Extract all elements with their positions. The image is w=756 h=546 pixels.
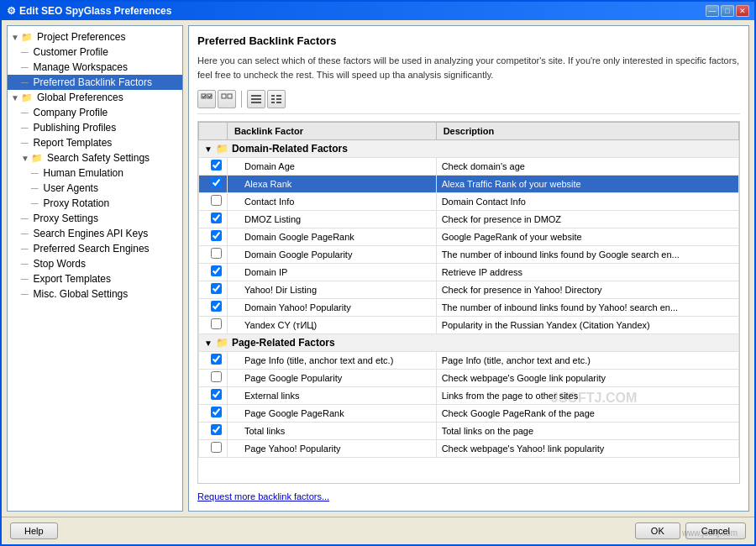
table-row[interactable]: Domain AgeCheck domain's age — [199, 158, 739, 176]
factor-name: Alexa Rank — [228, 176, 437, 193]
factor-checkbox[interactable] — [211, 213, 222, 223]
toolbar-separator — [241, 91, 242, 108]
svg-rect-12 — [276, 102, 281, 103]
table-row[interactable]: Alexa RankAlexa Traffic Rank of your web… — [199, 176, 739, 193]
checkbox-cell — [199, 405, 228, 423]
toolbar-check-all-button[interactable] — [197, 90, 216, 108]
request-factors-link[interactable]: Request more backlink factors... — [197, 491, 329, 501]
factor-name: Page Info (title, anchor text and etc.) — [228, 352, 437, 370]
checkbox-cell — [199, 423, 228, 440]
left-panel: ▼📁Project Preferences─Customer Profile─M… — [7, 25, 183, 512]
tree-item-search-safety[interactable]: ▼📁Search Safety Settings — [8, 150, 182, 165]
table-row[interactable]: Page Info (title, anchor text and etc.)P… — [199, 352, 739, 370]
ok-button[interactable]: OK — [635, 522, 680, 539]
factor-description: Popularity in the Russian Yandex (Citati… — [436, 317, 738, 334]
tree-item-stop-words[interactable]: ─Stop Words — [8, 256, 182, 271]
tree-item-label: Stop Words — [34, 258, 86, 270]
tree-item-preferred-backlink[interactable]: ─Preferred Backlink Factors — [8, 75, 182, 90]
factor-checkbox[interactable] — [211, 301, 222, 312]
cancel-button[interactable]: Cancel — [685, 522, 746, 539]
factor-description: Check Google PageRank of the page — [436, 405, 738, 423]
factor-description: Retrieve IP address — [436, 264, 738, 281]
factor-name: Total links — [228, 423, 437, 440]
tree-item-export-templates[interactable]: ─Export Templates — [8, 271, 182, 286]
tree-item-human-emulation[interactable]: ─Human Emulation — [8, 165, 182, 181]
tree-item-project-prefs[interactable]: ▼📁Project Preferences — [8, 29, 182, 45]
tree-item-customer-profile[interactable]: ─Customer Profile — [8, 45, 182, 60]
factor-checkbox[interactable] — [211, 371, 222, 382]
factor-checkbox[interactable] — [211, 195, 222, 206]
tree-dash: ─ — [21, 213, 29, 224]
table-row[interactable]: External linksLinks from the page to oth… — [199, 387, 739, 405]
table-row[interactable]: Contact InfoDomain Contact Info — [199, 193, 739, 211]
close-button[interactable]: ✕ — [736, 5, 749, 17]
svg-rect-5 — [251, 98, 261, 100]
table-row[interactable]: Page Google PageRankCheck Google PageRan… — [199, 405, 739, 423]
table-row[interactable]: Domain IPRetrieve IP address — [199, 264, 739, 281]
toolbar-list-view-button[interactable] — [247, 90, 265, 108]
factor-checkbox[interactable] — [211, 318, 222, 329]
table-row[interactable]: Yahoo! Dir ListingCheck for presence in … — [199, 281, 739, 299]
expand-icon: ▼ — [11, 33, 19, 42]
factor-checkbox[interactable] — [211, 248, 222, 259]
right-panel: Preferred Backlink Factors Here you can … — [188, 25, 749, 512]
table-row[interactable]: Domain Google PopularityThe number of in… — [199, 246, 739, 264]
tree-item-misc-global[interactable]: ─Misc. Global Settings — [8, 286, 182, 302]
table-row[interactable]: Page Yahoo! PopularityCheck webpage's Ya… — [199, 440, 739, 458]
factor-checkbox[interactable] — [211, 265, 222, 276]
tree-item-proxy-rotation[interactable]: ─Proxy Rotation — [8, 196, 182, 211]
tree-item-report-templates[interactable]: ─Report Templates — [8, 135, 182, 150]
detail-view-icon — [270, 93, 282, 105]
table-row[interactable]: Domain Yahoo! PopularityThe number of in… — [199, 299, 739, 317]
tree-dash: ─ — [21, 273, 29, 285]
toolbar-uncheck-all-button[interactable] — [218, 90, 236, 108]
tree-item-label: User Agents — [44, 182, 98, 194]
table-row[interactable]: DMOZ ListingCheck for presence in DMOZ — [199, 211, 739, 228]
section-header-row: ▼ 📁 Page-Related Factors — [199, 334, 739, 352]
minimize-button[interactable]: — — [706, 5, 719, 17]
factor-description: Check domain's age — [436, 158, 738, 176]
tree-item-label: Search Engines API Keys — [34, 228, 149, 239]
tree-item-publishing-profiles[interactable]: ─Publishing Profiles — [8, 120, 182, 135]
tree-dash: ─ — [21, 46, 29, 58]
tree-item-label: Report Templates — [34, 137, 113, 149]
tree-item-global-prefs[interactable]: ▼📁Global Preferences — [8, 90, 182, 105]
help-button[interactable]: Help — [10, 522, 58, 539]
section-title: Page-Related Factors — [232, 337, 335, 349]
factor-checkbox[interactable] — [211, 407, 222, 417]
col-checkbox — [199, 123, 228, 140]
maximize-button[interactable]: □ — [721, 5, 734, 17]
tree-item-proxy-settings[interactable]: ─Proxy Settings — [8, 211, 182, 226]
factor-checkbox[interactable] — [211, 442, 222, 453]
factor-name: Yandex CY (тИЦ) — [228, 317, 437, 334]
factor-checkbox[interactable] — [211, 389, 222, 400]
tree-item-label: Global Preferences — [37, 92, 123, 103]
svg-rect-9 — [271, 98, 275, 100]
tree-item-manage-workspaces[interactable]: ─Manage Workspaces — [8, 60, 182, 75]
content-area: ▼📁Project Preferences─Customer Profile─M… — [2, 20, 754, 544]
factor-checkbox[interactable] — [211, 424, 222, 435]
tree-item-label: Proxy Settings — [34, 213, 98, 224]
tree-dash: ─ — [21, 228, 29, 239]
toolbar-detail-view-button[interactable] — [267, 90, 286, 108]
section-title: Domain-Related Factors — [232, 143, 348, 155]
title-bar-controls: — □ ✕ — [706, 5, 749, 17]
factor-checkbox[interactable] — [211, 230, 222, 241]
factor-checkbox[interactable] — [211, 283, 222, 294]
factor-checkbox[interactable] — [211, 177, 222, 188]
tree-item-company-profile[interactable]: ─Company Profile — [8, 105, 182, 120]
table-row[interactable]: Domain Google PageRankGoogle PageRank of… — [199, 228, 739, 246]
factor-checkbox[interactable] — [211, 354, 222, 365]
table-row[interactable]: Page Google PopularityCheck webpage's Go… — [199, 370, 739, 387]
section-folder-icon: 📁 — [216, 337, 228, 349]
tree-item-search-engines-api[interactable]: ─Search Engines API Keys — [8, 226, 182, 241]
tree-item-preferred-search[interactable]: ─Preferred Search Engines — [8, 241, 182, 256]
factor-name: Domain Age — [228, 158, 437, 176]
table-row[interactable]: Total linksTotal links on the page — [199, 423, 739, 440]
table-row[interactable]: Yandex CY (тИЦ)Popularity in the Russian… — [199, 317, 739, 334]
factor-description: Page Info (title, anchor text and etc.) — [436, 352, 738, 370]
checkbox-cell — [199, 246, 228, 264]
tree-item-user-agents[interactable]: ─User Agents — [8, 181, 182, 196]
factor-checkbox[interactable] — [211, 160, 222, 171]
factor-name: Domain Yahoo! Popularity — [228, 299, 437, 317]
